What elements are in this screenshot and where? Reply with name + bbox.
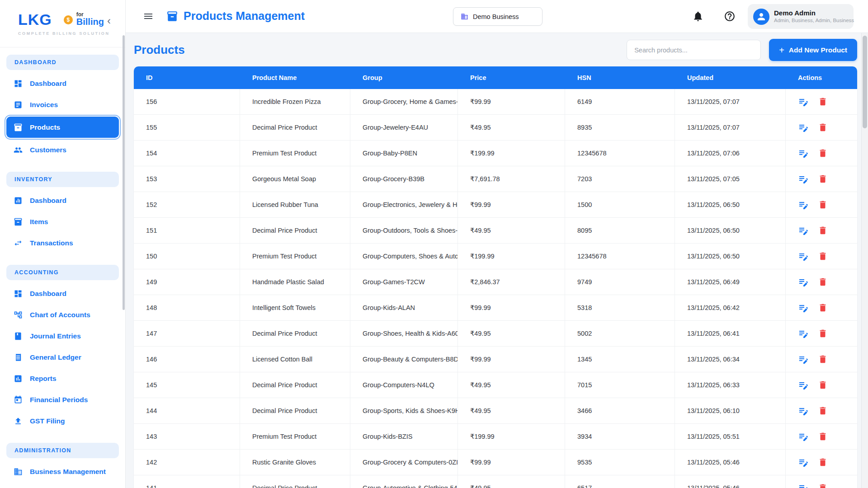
sidebar-item-dashboard[interactable]: Dashboard xyxy=(6,190,119,211)
edit-product-icon[interactable] xyxy=(798,354,809,365)
products-table: ID Product Name Group Price HSN Updated … xyxy=(134,66,857,488)
edit-product-icon[interactable] xyxy=(798,148,809,159)
cell-actions xyxy=(786,321,857,346)
cell-id: 150 xyxy=(134,244,240,269)
sidebar-item-customers[interactable]: Customers xyxy=(6,139,119,160)
cell-product-name: Licensed Rubber Tuna xyxy=(240,192,350,217)
edit-product-icon[interactable] xyxy=(798,302,809,313)
cell-updated: 13/11/2025, 05:51 xyxy=(675,424,786,449)
sidebar-item-dashboard[interactable]: Dashboard xyxy=(6,283,119,304)
bar-chart-icon xyxy=(14,196,23,205)
cell-product-name: Gorgeous Metal Soap xyxy=(240,166,350,192)
delete-product-icon[interactable] xyxy=(818,457,828,467)
add-button-label: Add New Product xyxy=(789,46,847,54)
cell-updated: 13/11/2025, 05:46 xyxy=(675,475,786,488)
cell-actions xyxy=(786,424,857,449)
cell-id: 149 xyxy=(134,269,240,295)
user-roles: Admin, Business, Admin, Business xyxy=(774,17,854,24)
delete-product-icon[interactable] xyxy=(818,328,828,338)
search-input[interactable] xyxy=(627,40,761,60)
delete-product-icon[interactable] xyxy=(818,251,828,261)
sidebar-section: INVENTORY Dashboard Items Transactions xyxy=(6,172,119,253)
cell-id: 144 xyxy=(134,398,240,423)
sidebar-item-financial-periods[interactable]: Financial Periods xyxy=(6,389,119,410)
delete-product-icon[interactable] xyxy=(818,122,828,132)
sidebar-item-transactions[interactable]: Transactions xyxy=(6,232,119,253)
cell-group: Group-Kids-ALAN xyxy=(350,295,458,320)
business-selector[interactable]: Demo Business xyxy=(453,7,542,26)
section-header: ACCOUNTING xyxy=(6,265,119,280)
edit-product-icon[interactable] xyxy=(798,277,809,287)
table-row: 147 Decimal Price Product Group-Shoes, H… xyxy=(134,321,857,347)
table-row: 153 Gorgeous Metal Soap Group-Grocery-B3… xyxy=(134,166,857,192)
section-header: ADMINISTRATION xyxy=(6,443,119,458)
page-scrollbar-track xyxy=(861,33,868,488)
cell-id: 148 xyxy=(134,295,240,320)
edit-product-icon[interactable] xyxy=(798,405,809,416)
sidebar: LKG $ for Billing COMPLETE BILLING SOLUT… xyxy=(0,0,126,488)
menu-hamburger-icon[interactable] xyxy=(143,11,154,22)
sidebar-item-products[interactable]: Products xyxy=(6,117,119,138)
delete-product-icon[interactable] xyxy=(818,380,828,390)
edit-product-icon[interactable] xyxy=(798,328,809,339)
page-scrollbar-thumb[interactable] xyxy=(863,36,867,128)
edit-product-icon[interactable] xyxy=(798,431,809,442)
cell-hsn: 12345678 xyxy=(565,141,675,166)
delete-product-icon[interactable] xyxy=(818,354,828,364)
sidebar-item-journal-entries[interactable]: Journal Entries xyxy=(6,325,119,347)
cell-id: 143 xyxy=(134,424,240,449)
delete-product-icon[interactable] xyxy=(818,97,828,107)
topbar: Products Management Demo Business Demo A… xyxy=(126,0,868,33)
cell-price: ₹49.95 xyxy=(458,218,565,243)
cell-updated: 13/11/2025, 06:50 xyxy=(675,244,786,269)
edit-product-icon[interactable] xyxy=(798,483,809,488)
cell-price: ₹49.95 xyxy=(458,398,565,423)
sidebar-collapse-icon[interactable]: ‹ xyxy=(107,15,111,26)
cell-actions xyxy=(786,269,857,295)
sidebar-item-dashboard[interactable]: Dashboard xyxy=(6,73,119,94)
ledger-receipt-icon xyxy=(14,353,23,362)
cell-group: Group-Grocery-B39B xyxy=(350,166,458,192)
delete-product-icon[interactable] xyxy=(818,277,828,287)
delete-product-icon[interactable] xyxy=(818,432,828,441)
edit-product-icon[interactable] xyxy=(798,96,809,107)
notifications-bell-icon[interactable] xyxy=(692,10,704,22)
sidebar-item-items[interactable]: Items xyxy=(6,211,119,232)
section-items: Dashboard Chart of Accounts Journal Entr… xyxy=(6,283,119,432)
edit-product-icon[interactable] xyxy=(798,122,809,133)
cell-hsn: 6149 xyxy=(565,89,675,114)
cell-group: Group-Computers-N4LQ xyxy=(350,372,458,398)
help-icon[interactable] xyxy=(724,10,736,22)
delete-product-icon[interactable] xyxy=(818,174,828,184)
sidebar-item-invoices[interactable]: Invoices xyxy=(6,94,119,115)
cell-id: 156 xyxy=(134,89,240,114)
cell-id: 154 xyxy=(134,141,240,166)
edit-product-icon[interactable] xyxy=(798,174,809,184)
sidebar-scrollbar[interactable] xyxy=(123,35,125,310)
column-hsn: HSN xyxy=(565,66,675,89)
user-menu[interactable]: Demo Admin Admin, Business, Admin, Busin… xyxy=(748,4,854,29)
delete-product-icon[interactable] xyxy=(818,483,828,488)
edit-product-icon[interactable] xyxy=(798,199,809,210)
edit-product-icon[interactable] xyxy=(798,380,809,390)
sidebar-item-business-management[interactable]: Business Management xyxy=(6,461,119,482)
edit-product-icon[interactable] xyxy=(798,457,809,468)
cell-updated: 13/11/2025, 07:06 xyxy=(675,141,786,166)
add-new-product-button[interactable]: + Add New Product xyxy=(769,39,857,61)
user-name: Demo Admin xyxy=(774,9,854,18)
edit-product-icon[interactable] xyxy=(798,251,809,262)
edit-product-icon[interactable] xyxy=(798,225,809,236)
cell-actions xyxy=(786,295,857,320)
sidebar-item-chart-of-accounts[interactable]: Chart of Accounts xyxy=(6,304,119,325)
sidebar-item-gst-filing[interactable]: GST Filing xyxy=(6,410,119,432)
delete-product-icon[interactable] xyxy=(818,148,828,158)
delete-product-icon[interactable] xyxy=(818,303,828,313)
coin-icon: $ xyxy=(64,15,73,24)
delete-product-icon[interactable] xyxy=(818,406,828,416)
delete-product-icon[interactable] xyxy=(818,200,828,210)
delete-product-icon[interactable] xyxy=(818,225,828,235)
sidebar-item-reports[interactable]: Reports xyxy=(6,368,119,389)
cell-hsn: 3466 xyxy=(565,398,675,423)
sidebar-item-general-ledger[interactable]: General Ledger xyxy=(6,347,119,368)
cell-updated: 13/11/2025, 06:42 xyxy=(675,295,786,320)
